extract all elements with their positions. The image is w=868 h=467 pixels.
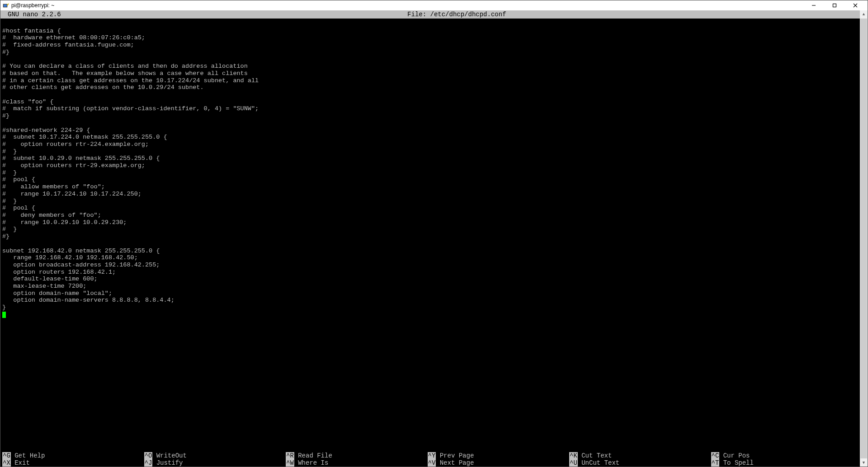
shortcut-label: Cut Text <box>578 452 612 459</box>
titlebar[interactable]: pi@raspberrypi: ~ <box>0 0 868 10</box>
shortcut-label: Next Page <box>436 459 474 467</box>
window-title: pi@raspberrypi: ~ <box>11 2 54 9</box>
cursor <box>2 312 6 318</box>
shortcut-label: Read File <box>294 452 332 459</box>
maximize-button[interactable] <box>824 0 845 10</box>
shortcut-label: Exit <box>11 459 30 467</box>
shortcut-label: To Spell <box>719 459 754 467</box>
shortcut-label: Prev Page <box>436 452 474 459</box>
shortcut-item: ^U UnCut Text <box>569 459 711 467</box>
nano-version: GNU nano 2.2.6 <box>0 10 61 19</box>
terminal-area[interactable]: GNU nano 2.2.6 File: /etc/dhcp/dhcpd.con… <box>0 10 868 467</box>
shortcut-key: ^R <box>286 452 294 459</box>
scrollbar[interactable]: ▲ ▼ <box>860 10 868 467</box>
shortcut-key: ^U <box>569 459 578 467</box>
window-frame: pi@raspberrypi: ~ GNU nano 2.2.6 File: /… <box>0 0 868 467</box>
shortcut-item: ^O WriteOut <box>144 452 286 459</box>
shortcut-item: ^V Next Page <box>428 459 570 467</box>
editor-content[interactable]: #host fantasia { # hardware ethernet 08:… <box>0 19 860 452</box>
shortcut-item: ^R Read File <box>286 452 428 459</box>
shortcut-key: ^K <box>569 452 578 459</box>
nano-header: GNU nano 2.2.6 File: /etc/dhcp/dhcpd.con… <box>0 10 860 19</box>
shortcut-item: ^Y Prev Page <box>428 452 570 459</box>
shortcut-key: ^G <box>2 452 11 459</box>
window-controls <box>803 0 866 10</box>
shortcut-key: ^J <box>144 459 153 467</box>
shortcut-key: ^Y <box>428 452 436 459</box>
svg-rect-2 <box>833 4 836 7</box>
scroll-down-icon[interactable]: ▼ <box>860 459 868 467</box>
scrollbar-thumb[interactable] <box>860 19 867 458</box>
shortcut-item: ^T To Spell <box>711 459 853 467</box>
shortcut-item: ^X Exit <box>2 459 144 467</box>
shortcut-item: ^W Where Is <box>286 459 428 467</box>
shortcut-key: ^V <box>428 459 436 467</box>
shortcut-key: ^W <box>286 459 294 467</box>
shortcut-item: ^J Justify <box>144 459 286 467</box>
shortcut-label: Get Help <box>11 452 45 459</box>
shortcut-label: WriteOut <box>152 452 187 459</box>
nano-file: File: /etc/dhcp/dhcpd.conf <box>61 10 853 19</box>
shortcut-label: Justify <box>152 459 183 467</box>
shortcut-item: ^G Get Help <box>2 452 144 459</box>
terminal-inner: GNU nano 2.2.6 File: /etc/dhcp/dhcpd.con… <box>0 10 860 467</box>
close-button[interactable] <box>845 0 866 10</box>
shortcut-item: ^C Cur Pos <box>711 452 853 459</box>
nano-shortcuts: ^G Get Help^O WriteOut^R Read File^Y Pre… <box>0 452 860 467</box>
shortcut-label: Cur Pos <box>719 452 750 459</box>
shortcut-label: UnCut Text <box>578 459 619 467</box>
shortcut-item: ^K Cut Text <box>569 452 711 459</box>
svg-rect-1 <box>4 5 7 7</box>
shortcut-label: Where Is <box>294 459 329 467</box>
putty-icon <box>2 2 9 9</box>
shortcut-key: ^X <box>2 459 11 467</box>
shortcut-key: ^T <box>711 459 720 467</box>
shortcut-key: ^C <box>711 452 720 459</box>
shortcut-key: ^O <box>144 452 153 459</box>
minimize-button[interactable] <box>803 0 824 10</box>
scroll-up-icon[interactable]: ▲ <box>860 10 868 18</box>
